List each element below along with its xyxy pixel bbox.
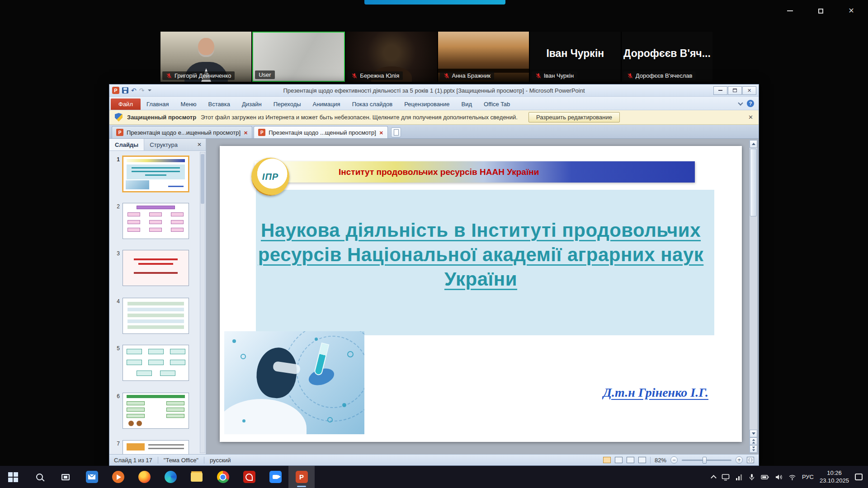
task-view-button[interactable] [52, 466, 79, 488]
vertical-scrollbar[interactable] [749, 140, 758, 453]
hidden-icons-chevron-icon[interactable] [711, 475, 717, 481]
slide-thumbnail-row: 6 [113, 393, 189, 429]
redo-icon[interactable] [139, 86, 145, 94]
participant-tile[interactable]: Бережна Юлія [346, 32, 437, 82]
slide-sorter-view-icon[interactable] [615, 457, 623, 463]
task-view-icon [61, 474, 70, 480]
slide-title-line: ресурсів Національної академії аграрних … [238, 243, 724, 267]
mic-icon[interactable] [749, 474, 755, 481]
language-indicator[interactable]: русский [210, 457, 231, 464]
close-tab-icon[interactable] [244, 129, 248, 136]
help-icon[interactable] [747, 100, 754, 107]
next-slide-button[interactable] [750, 445, 757, 453]
enable-editing-button[interactable]: Разрешить редактирование [528, 112, 620, 122]
participant-name: Іван Чуркін [544, 72, 574, 79]
participant-name: Григорій Дейниченко [175, 72, 231, 79]
new-tab-button[interactable] [391, 127, 401, 137]
tab-design[interactable]: Дизайн [236, 99, 268, 110]
reading-view-icon[interactable] [627, 457, 634, 463]
undo-icon[interactable] [131, 86, 137, 94]
mail-app-button[interactable] [79, 466, 105, 488]
close-icon[interactable] [748, 114, 753, 121]
scrollbar-thumb[interactable] [750, 149, 757, 216]
tab-view[interactable]: Вид [456, 99, 478, 110]
document-tab-active[interactable]: Презентація щодо ...щенный просмотр] [254, 126, 388, 138]
tab-animations[interactable]: Анимация [307, 99, 346, 110]
tab-office-tab[interactable]: Office Tab [478, 99, 516, 110]
edge-button[interactable] [157, 466, 184, 488]
save-icon[interactable] [122, 87, 128, 94]
participant-display-name: Іван Чуркін [530, 32, 621, 75]
slide-thumbnail[interactable] [123, 345, 189, 381]
clock[interactable]: 10:26 23.10.2025 [820, 469, 849, 485]
participant-label: Григорій Дейниченко [162, 71, 235, 80]
panel-scrollbar[interactable] [200, 152, 205, 453]
tab-slides[interactable]: Слайды [109, 139, 144, 150]
slide-canvas[interactable]: ІПР Інститут продовольчих ресурсів НААН … [220, 146, 742, 442]
fit-to-window-button[interactable] [747, 457, 754, 463]
zoom-in-button[interactable] [736, 456, 743, 464]
participant-tile[interactable]: Анна Бражник [438, 32, 529, 82]
slide-title-line: України [238, 267, 724, 291]
file-explorer-button[interactable] [184, 466, 210, 488]
tab-transitions[interactable]: Переходы [268, 99, 307, 110]
media-player-button[interactable] [105, 466, 131, 488]
powerpoint-icon[interactable] [112, 87, 119, 94]
close-button[interactable] [742, 86, 756, 95]
customize-qat-chevron-icon[interactable] [148, 89, 151, 91]
zoom-out-button[interactable] [670, 456, 678, 464]
participant-tile[interactable]: Григорій Дейниченко [160, 32, 251, 82]
muted-mic-icon [166, 73, 172, 79]
minimize-button[interactable] [782, 5, 797, 16]
battery-icon[interactable] [761, 474, 769, 481]
previous-slide-button[interactable] [750, 437, 757, 445]
zoom-slider[interactable] [682, 460, 731, 461]
tab-home[interactable]: Главная [141, 99, 175, 110]
wifi-icon[interactable] [788, 474, 796, 481]
minimize-button[interactable] [713, 86, 727, 95]
restore-button[interactable] [728, 86, 742, 95]
slide-thumbnail[interactable] [123, 203, 189, 239]
zoom-slider-thumb[interactable] [703, 457, 707, 464]
minimize-ribbon-chevron-icon[interactable] [738, 100, 743, 105]
participant-tile[interactable]: Іван Чуркін Іван Чуркін [530, 32, 621, 82]
start-button[interactable] [0, 466, 26, 488]
slide-thumbnail-row: 7 [113, 440, 189, 454]
firefox-button[interactable] [131, 466, 157, 488]
participant-tile-active-speaker[interactable]: User [252, 32, 345, 82]
volume-icon[interactable] [775, 474, 783, 481]
title-bar[interactable]: Презентація щодо ефективності діяльності… [109, 84, 759, 97]
document-tab[interactable]: Презентація щодо е...ищенный просмотр] [112, 126, 252, 138]
zoom-hidden-controls-bar[interactable] [364, 0, 505, 5]
slide-thumbnail[interactable] [123, 298, 189, 334]
tab-review[interactable]: Рецензирование [398, 99, 455, 110]
close-button[interactable]: ✕ [844, 5, 859, 16]
notification-center-icon[interactable] [855, 474, 863, 480]
language-switcher[interactable]: РУС [802, 474, 814, 480]
maximize-button[interactable] [813, 5, 828, 16]
acrobat-button[interactable] [236, 466, 262, 488]
display-icon[interactable] [722, 474, 730, 481]
slide-thumbnail[interactable] [123, 440, 189, 454]
tab-outline[interactable]: Структура [144, 139, 183, 150]
tab-file[interactable]: Файл [111, 99, 141, 110]
tab-slideshow[interactable]: Показ слайдов [346, 99, 399, 110]
scroll-down-button[interactable] [750, 430, 757, 437]
participant-tile[interactable]: Дорофєєв В'яч... Дорофєєв В'ячеслав [622, 32, 712, 82]
normal-view-icon[interactable] [603, 457, 611, 463]
tab-insert[interactable]: Вставка [203, 99, 236, 110]
search-button[interactable] [26, 466, 52, 488]
slideshow-view-icon[interactable] [638, 457, 646, 463]
close-tab-icon[interactable] [379, 129, 383, 136]
zoom-app-button[interactable] [262, 466, 288, 488]
slide-thumbnail[interactable] [123, 250, 189, 286]
scroll-up-button[interactable] [750, 140, 757, 148]
chrome-button[interactable] [210, 466, 236, 488]
powerpoint-app-button[interactable] [288, 466, 315, 488]
tab-menu[interactable]: Меню [175, 99, 202, 110]
mail-icon [86, 471, 98, 483]
close-panel-icon[interactable] [193, 139, 206, 150]
slide-thumbnail[interactable] [123, 393, 189, 429]
slide-thumbnail[interactable] [123, 156, 189, 192]
network-icon[interactable] [736, 474, 743, 481]
